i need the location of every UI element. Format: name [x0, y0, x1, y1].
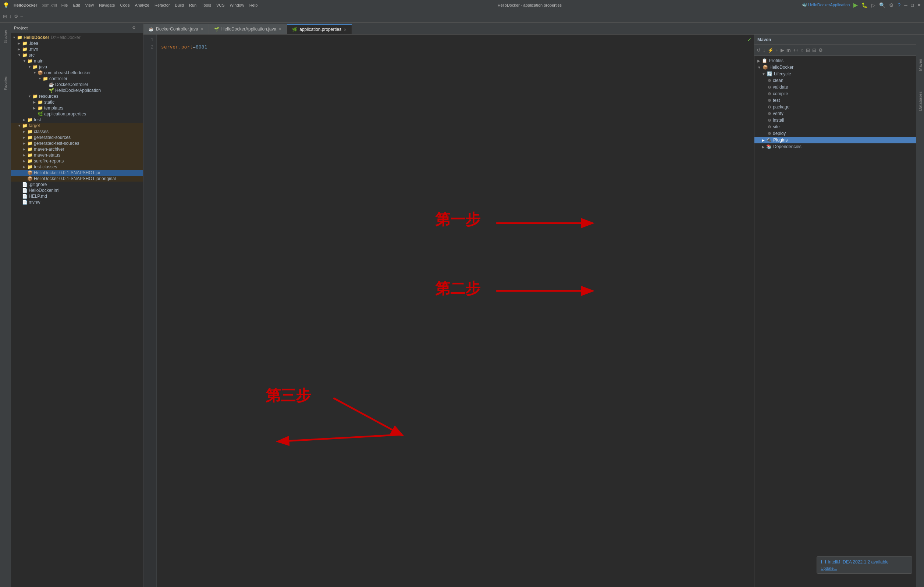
tab-hello-docker-app[interactable]: 🌱 HelloDockerApplication.java ✕ — [209, 24, 287, 34]
run-config-selector[interactable]: 🐳 HelloDockerApplication — [802, 3, 850, 7]
maven-install[interactable]: ⚙ install — [754, 117, 916, 123]
maven-circle-icon[interactable]: ○ — [801, 48, 804, 53]
maven-compile[interactable]: ⚙ compile — [754, 90, 916, 97]
tree-static[interactable]: ▶ 📁 static — [11, 99, 143, 105]
toolbar-icon-1[interactable]: ⊞ — [3, 13, 7, 19]
maven-test[interactable]: ⚙ test — [754, 97, 916, 104]
maven-grid-icon[interactable]: ⊞ — [806, 48, 810, 53]
tree-templates[interactable]: ▶ 📁 templates — [11, 105, 143, 111]
maven-download-icon[interactable]: ↓ — [763, 48, 766, 53]
favorites-tab[interactable]: Favorites — [2, 72, 9, 94]
tree-main[interactable]: ▼ 📁 main — [11, 58, 143, 64]
tab-close-3[interactable]: ✕ — [343, 28, 346, 31]
maven-clean[interactable]: ⚙ clean — [754, 77, 916, 84]
menu-code[interactable]: Code — [120, 3, 130, 7]
tab-app-props[interactable]: 🌿 application.properties ✕ — [287, 24, 352, 34]
databases-side-tab[interactable]: Databases — [918, 89, 922, 113]
menu-help[interactable]: Help — [249, 3, 258, 7]
maven-hellodocker[interactable]: ▼ 📦 HelloDocker — [754, 64, 916, 71]
maven-gear-icon[interactable]: ⚙ — [818, 48, 823, 53]
code-area[interactable]: server.port=8081 — [157, 35, 754, 587]
tree-src[interactable]: ▼ 📁 src — [11, 52, 143, 58]
menu-tools[interactable]: Tools — [201, 3, 211, 7]
tree-app-main[interactable]: ▶ 🌱 HelloDockerApplication — [11, 87, 143, 94]
tab-close-2[interactable]: ✕ — [279, 27, 281, 31]
maven-plugins[interactable]: ▶ 🔌 Plugins — [754, 137, 916, 143]
maven-plus-icon[interactable]: ++ — [793, 48, 799, 53]
menu-edit[interactable]: Edit — [73, 3, 80, 7]
tree-package[interactable]: ▼ 📦 com.obeast.hellodocker — [11, 70, 143, 76]
tree-docker-controller[interactable]: ▶ ☕ DockerController — [11, 82, 143, 87]
toolbar-icon-4[interactable]: – — [21, 13, 23, 19]
coverage-button[interactable]: ▷ — [871, 2, 875, 8]
tree-mvnw[interactable]: ▶ 📄 mvnw — [11, 199, 143, 205]
settings-button[interactable]: ⚙ — [889, 2, 894, 8]
tree-java[interactable]: ▼ 📁 java — [11, 64, 143, 70]
gear-install: ⚙ — [768, 118, 771, 123]
tree-test-classes[interactable]: ▶ 📁 test-classes — [11, 164, 143, 170]
menu-vcs[interactable]: VCS — [216, 3, 225, 7]
maven-side-tab[interactable]: Maven — [918, 57, 922, 73]
maven-collapse-icon[interactable]: – — [911, 37, 913, 42]
menu-analyze[interactable]: Analyze — [135, 3, 149, 7]
maven-dependencies[interactable]: ▶ 📚 Dependencies — [754, 143, 916, 150]
tree-surefire[interactable]: ▶ 📁 surefire-reports — [11, 158, 143, 164]
maven-deploy[interactable]: ⚙ deploy — [754, 130, 916, 137]
structure-tab[interactable]: Structure — [2, 26, 9, 48]
maven-play-icon[interactable]: ▶ — [780, 48, 784, 53]
search-everywhere[interactable]: 🔍 — [879, 2, 885, 8]
tree-gitignore[interactable]: ▶ 📄 .gitignore — [11, 182, 143, 187]
maven-validate[interactable]: ⚙ validate — [754, 84, 916, 90]
menu-window[interactable]: Window — [230, 3, 244, 7]
tree-gen-sources[interactable]: ▶ 📁 generated-sources — [11, 135, 143, 140]
maven-site[interactable]: ⚙ site — [754, 123, 916, 130]
run-button[interactable]: ▶ — [853, 2, 858, 8]
close-button[interactable]: ✕ — [917, 3, 921, 8]
tree-maven-archiver[interactable]: ▶ 📁 maven-archiver — [11, 146, 143, 152]
menu-file[interactable]: File — [61, 3, 68, 7]
maven-m-icon[interactable]: m — [786, 48, 791, 53]
toolbar-icon-3[interactable]: ⚙ — [14, 13, 18, 19]
debug-button[interactable]: 🐛 — [861, 2, 868, 8]
tree-app-props[interactable]: ▶ 🌿 application.properties — [11, 111, 143, 117]
menu-run[interactable]: Run — [189, 3, 196, 7]
maven-add-icon[interactable]: + — [776, 48, 779, 53]
menu-refactor[interactable]: Refactor — [155, 3, 170, 7]
tree-jar-original[interactable]: ▶ 📦 HelloDocker-0.0.1-SNAPSHOT.jar.origi… — [11, 176, 143, 182]
maven-package[interactable]: ⚙ package — [754, 104, 916, 110]
panel-gear-icon[interactable]: ⚙ — [132, 25, 136, 30]
help-icon[interactable]: ? — [898, 2, 901, 8]
toolbar-icon-2[interactable]: ↕ — [9, 13, 12, 19]
tree-idea[interactable]: ▶ 📁 .idea — [11, 40, 143, 46]
tab-close-1[interactable]: ✕ — [200, 27, 203, 31]
maven-run-icon[interactable]: ⚡ — [768, 48, 774, 53]
maven-minus-grid[interactable]: ⊟ — [812, 48, 816, 53]
tree-mvn[interactable]: ▶ 📁 .mvn — [11, 46, 143, 52]
app-name[interactable]: HelloDocker — [13, 3, 37, 7]
notification-update-link[interactable]: Update... — [821, 566, 837, 571]
minimize-button[interactable]: ─ — [904, 3, 908, 8]
file-name[interactable]: pom.xml — [41, 3, 57, 7]
menu-build[interactable]: Build — [175, 3, 184, 7]
menu-view[interactable]: View — [85, 3, 94, 7]
maven-verify[interactable]: ⚙ verify — [754, 110, 916, 117]
tree-jar-main[interactable]: ▶ 📦 HelloDocker-0.0.1-SNAPSHOT.jar — [11, 170, 143, 176]
maximize-button[interactable]: □ — [911, 3, 914, 8]
maven-lifecycle[interactable]: ▼ 🔄 Lifecycle — [754, 71, 916, 77]
tree-classes[interactable]: ▶ 📁 classes — [11, 129, 143, 135]
maven-profiles[interactable]: ▶ 📋 Profiles — [754, 58, 916, 64]
tab-docker-controller[interactable]: ☕ DockerController.java ✕ — [144, 24, 209, 34]
tree-resources[interactable]: ▼ 📁 resources — [11, 94, 143, 99]
maven-refresh-icon[interactable]: ↺ — [757, 48, 761, 53]
panel-collapse-icon[interactable]: – — [138, 25, 140, 30]
tree-test[interactable]: ▶ 📁 test — [11, 117, 143, 123]
tree-iml[interactable]: ▶ 📄 HelloDocker.iml — [11, 187, 143, 193]
tree-maven-status[interactable]: ▶ 📁 maven-status — [11, 152, 143, 158]
notification-popup: ℹ ℹ IntelliJ IDEA 2022.1.2 available Upd… — [817, 556, 912, 574]
menu-navigate[interactable]: Navigate — [99, 3, 115, 7]
tree-controller[interactable]: ▼ 📁 controller — [11, 76, 143, 82]
tree-helpmd[interactable]: ▶ 📄 HELP.md — [11, 193, 143, 199]
tree-gen-test-sources[interactable]: ▶ 📁 generated-test-sources — [11, 140, 143, 146]
tree-root[interactable]: ▼ 📁 HelloDocker D:\HelloDocker — [11, 35, 143, 40]
tree-target[interactable]: ▼ 📁 target — [11, 123, 143, 129]
